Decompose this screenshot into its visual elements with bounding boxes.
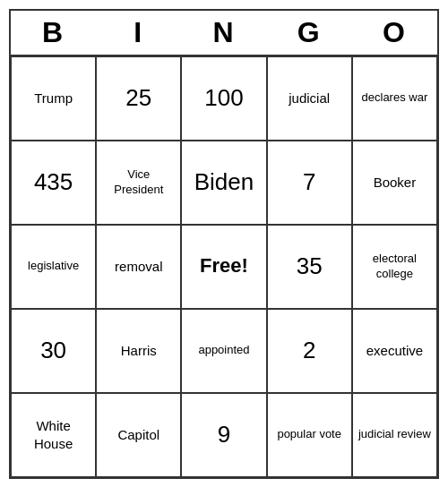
bingo-cell: 435 <box>11 141 96 225</box>
bingo-cell: Biden <box>181 141 266 225</box>
bingo-cell: 100 <box>181 56 266 141</box>
bingo-header: B I N G O <box>11 11 437 56</box>
bingo-cell: judicial review <box>352 393 437 477</box>
bingo-cell: Harris <box>96 309 181 393</box>
bingo-cell: 30 <box>11 309 96 393</box>
bingo-cell: Capitol <box>96 393 181 477</box>
bingo-cell: 7 <box>267 141 352 225</box>
header-g: G <box>267 11 352 55</box>
header-n: N <box>181 11 266 55</box>
header-i: I <box>96 11 181 55</box>
bingo-cell: legislative <box>11 225 96 309</box>
bingo-cell: Booker <box>352 141 437 225</box>
bingo-cell: Free! <box>181 225 266 309</box>
bingo-cell: judicial <box>267 56 352 141</box>
bingo-cell: 25 <box>96 56 181 141</box>
bingo-grid: Trump25100judicialdeclares war435Vice Pr… <box>11 56 437 477</box>
bingo-cell: White House <box>11 393 96 477</box>
bingo-cell: declares war <box>352 56 437 141</box>
header-o: O <box>352 11 437 55</box>
bingo-cell: 9 <box>181 393 266 477</box>
bingo-cell: Vice President <box>96 141 181 225</box>
bingo-cell: 35 <box>267 225 352 309</box>
bingo-cell: Trump <box>11 56 96 141</box>
bingo-cell: 2 <box>267 309 352 393</box>
bingo-cell: electoral college <box>352 225 437 309</box>
bingo-cell: appointed <box>181 309 266 393</box>
bingo-cell: executive <box>352 309 437 393</box>
bingo-cell: removal <box>96 225 181 309</box>
bingo-cell: popular vote <box>267 393 352 477</box>
header-b: B <box>11 11 96 55</box>
bingo-card: B I N G O Trump25100judicialdeclares war… <box>9 9 439 479</box>
